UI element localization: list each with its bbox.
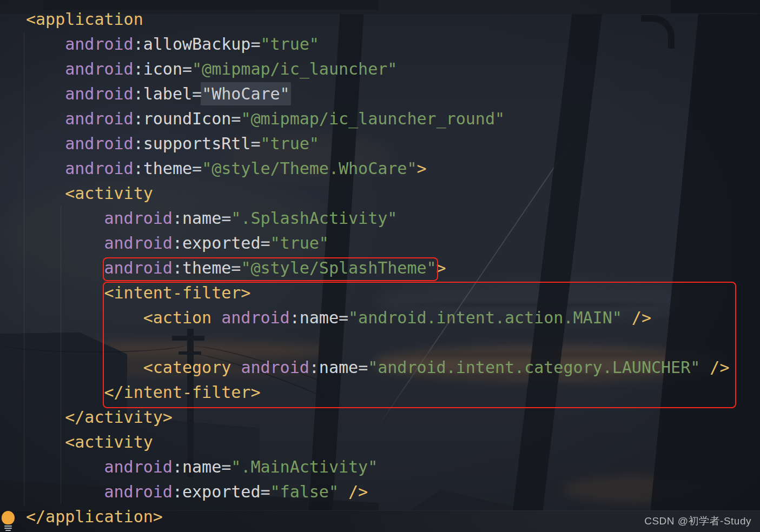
code-token-eq: = — [221, 457, 231, 476]
lightbulb-glass — [2, 511, 15, 524]
code-token-ns: android — [65, 134, 133, 153]
code-token-ns: android — [104, 457, 173, 476]
code-token-attr: :label — [134, 84, 192, 103]
lightbulb-base — [4, 528, 12, 529]
code-token-str: "false" — [270, 482, 339, 501]
code-token-attr: :supportsRtl — [134, 134, 251, 153]
code-token-str: "@style/Theme.WhoCare" — [202, 159, 417, 178]
code-token-attr: :name — [173, 209, 221, 228]
code-token-ws — [26, 234, 104, 252]
code-token-str: "true" — [261, 134, 319, 153]
annotation-box-splash-theme — [103, 257, 438, 281]
code-token-tag: <activity — [65, 184, 153, 203]
code-token-ns: android — [65, 59, 133, 78]
annotation-box-intent-filter — [103, 282, 736, 408]
code-token-eq: = — [231, 109, 241, 128]
code-token-str: "@mipmap/ic_launcher_round" — [241, 109, 505, 128]
code-token-tag: > — [417, 159, 426, 178]
code-token-tag: <activity — [65, 433, 153, 451]
code-token-tag: <application — [26, 10, 143, 29]
code-token-ns: android — [65, 109, 133, 128]
code-token-ns: android — [65, 84, 133, 103]
code-token-ws — [26, 184, 65, 203]
code-token-ws — [26, 209, 104, 228]
code-token-eq: = — [261, 482, 270, 501]
code-line[interactable]: <application — [26, 7, 760, 32]
code-line[interactable]: <activity — [26, 430, 760, 455]
code-token-ws — [26, 35, 65, 54]
code-token-ns: android — [104, 209, 173, 228]
code-token-attr: :icon — [134, 59, 182, 78]
code-token-str: ".SplashActivity" — [231, 209, 397, 228]
intention-lightbulb-icon[interactable] — [1, 511, 15, 531]
code-token-attr: :exported — [173, 234, 261, 252]
code-token-str: "true" — [270, 234, 329, 252]
code-token-eq: = — [221, 209, 231, 228]
code-token-ws — [26, 59, 65, 78]
code-token-ws — [26, 457, 104, 476]
code-line[interactable]: android:name=".MainActivity" — [26, 455, 760, 480]
code-line[interactable]: android:supportsRtl="true" — [26, 131, 760, 156]
code-token-eq: = — [250, 35, 260, 54]
code-line[interactable]: android:name=".SplashActivity" — [26, 206, 760, 231]
code-token-ws — [26, 258, 104, 277]
code-token-ws — [26, 408, 65, 427]
code-token-ws — [26, 433, 65, 451]
code-token-tag: </application> — [26, 507, 163, 526]
code-token-attr: :theme — [134, 159, 192, 178]
code-token-eq: = — [250, 134, 260, 153]
code-token-hl: "WhoCare" — [201, 82, 291, 105]
code-token-attr: :name — [173, 457, 221, 476]
code-token-ws — [26, 134, 65, 153]
code-token-attr: :allowBackup — [134, 35, 251, 54]
code-line[interactable]: <activity — [26, 181, 760, 206]
code-line[interactable]: </activity> — [26, 405, 760, 430]
code-line[interactable]: android:roundIcon="@mipmap/ic_launcher_r… — [26, 107, 760, 131]
code-token-eq: = — [192, 159, 202, 178]
code-line[interactable]: android:exported="true" — [26, 231, 760, 256]
code-token-ws — [26, 283, 104, 302]
code-token-attr: :exported — [173, 482, 261, 501]
code-token-ws — [26, 383, 104, 402]
code-token-str: ".MainActivity" — [231, 457, 378, 476]
watermark: CSDN @初学者-Study — [644, 514, 751, 528]
code-token-ws — [26, 109, 65, 128]
code-token-ws — [26, 159, 65, 178]
code-token-ws — [339, 482, 348, 501]
code-token-ns: android — [104, 482, 173, 501]
code-token-eq: = — [261, 234, 270, 252]
code-line[interactable]: android:allowBackup="true" — [26, 32, 760, 57]
code-line[interactable]: android:label="WhoCare" — [26, 82, 760, 107]
code-token-ws — [26, 482, 104, 501]
code-token-ws — [26, 84, 65, 103]
code-line[interactable]: android:theme="@style/Theme.WhoCare"> — [26, 156, 760, 181]
code-token-ns: android — [104, 234, 173, 252]
code-line[interactable]: android:exported="false" /> — [26, 480, 760, 504]
code-token-ns: android — [65, 35, 133, 54]
code-line[interactable]: android:icon="@mipmap/ic_launcher" — [26, 57, 760, 82]
code-token-tag: </activity> — [65, 408, 173, 427]
lightbulb-base — [4, 526, 12, 527]
code-token-ns: android — [65, 159, 133, 178]
code-token-eq: = — [182, 59, 192, 78]
code-token-attr: :roundIcon — [134, 109, 232, 128]
lightbulb-base — [5, 530, 11, 531]
code-token-str: "@mipmap/ic_launcher" — [192, 59, 397, 78]
code-token-tag: /> — [348, 482, 368, 501]
code-token-str: "true" — [261, 35, 319, 54]
